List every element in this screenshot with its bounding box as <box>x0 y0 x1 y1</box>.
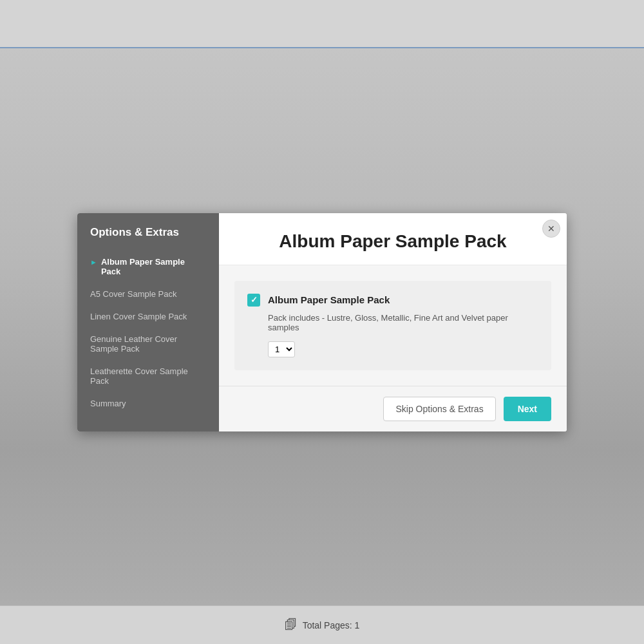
product-description: Pack includes - Lustre, Gloss, Metallic,… <box>268 313 538 332</box>
screen-background: ✕ Options & Extras ► Album Paper Sample … <box>0 0 644 644</box>
next-button[interactable]: Next <box>504 397 551 421</box>
checkbox-checked-icon <box>247 294 260 307</box>
main-header: Album Paper Sample Pack <box>219 213 567 265</box>
product-name: Album Paper Sample Pack <box>268 294 390 305</box>
sidebar-item-label: Linen Cover Sample Pack <box>90 312 187 321</box>
quantity-select[interactable]: 1 2 3 4 5 <box>268 341 295 357</box>
pages-icon: 🗐 <box>285 618 298 632</box>
sidebar-item-genuine-leather[interactable]: Genuine Leather Cover Sample Pack <box>77 328 219 360</box>
product-card: Album Paper Sample Pack Pack includes - … <box>234 281 551 370</box>
sidebar-item-label: Genuine Leather Cover Sample Pack <box>90 334 206 354</box>
product-checkbox[interactable] <box>247 294 260 307</box>
sidebar-item-leatherette[interactable]: Leatherette Cover Sample Pack <box>77 360 219 392</box>
sidebar-heading: Options & Extras <box>77 226 219 251</box>
sidebar-item-label: Album Paper Sample Pack <box>101 257 206 276</box>
sidebar-item-album-paper[interactable]: ► Album Paper Sample Pack <box>77 251 219 283</box>
modal-body: Options & Extras ► Album Paper Sample Pa… <box>77 213 567 431</box>
sidebar-item-a5-cover[interactable]: A5 Cover Sample Pack <box>77 283 219 305</box>
main-content: Album Paper Sample Pack Album Paper Samp… <box>219 213 567 431</box>
sidebar-item-summary[interactable]: Summary <box>77 392 219 415</box>
active-arrow-icon: ► <box>90 258 97 266</box>
sidebar-item-label: A5 Cover Sample Pack <box>90 289 176 299</box>
content-area: Album Paper Sample Pack Pack includes - … <box>219 265 567 386</box>
total-pages-label: Total Pages: 1 <box>303 620 360 630</box>
page-title: Album Paper Sample Pack <box>238 231 547 252</box>
sidebar-item-label: Summary <box>90 399 126 408</box>
product-card-header: Album Paper Sample Pack <box>247 294 538 307</box>
bottom-bar: 🗐 Total Pages: 1 <box>0 605 644 644</box>
sidebar: Options & Extras ► Album Paper Sample Pa… <box>77 213 219 431</box>
modal-footer: Skip Options & Extras Next <box>219 386 567 431</box>
sidebar-item-label: Leatherette Cover Sample Pack <box>90 366 206 386</box>
modal-dialog: ✕ Options & Extras ► Album Paper Sample … <box>77 213 567 431</box>
close-button[interactable]: ✕ <box>542 220 560 238</box>
top-bar <box>0 0 644 48</box>
skip-button[interactable]: Skip Options & Extras <box>383 397 495 421</box>
sidebar-item-linen-cover[interactable]: Linen Cover Sample Pack <box>77 305 219 328</box>
